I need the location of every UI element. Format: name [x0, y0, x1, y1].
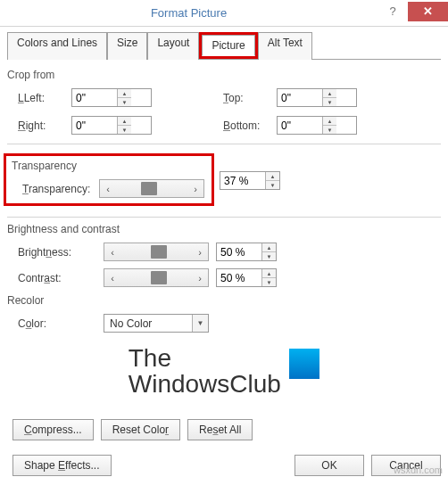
chevron-down-icon[interactable]: ▼ — [192, 315, 208, 332]
crop-left-input[interactable] — [72, 89, 117, 106]
crop-bottom-input[interactable] — [278, 117, 322, 134]
spin-up-icon[interactable]: ▲ — [323, 89, 336, 98]
spin-up-icon[interactable]: ▲ — [118, 89, 131, 98]
spin-down-icon[interactable]: ▼ — [262, 252, 276, 260]
ok-button[interactable]: OK — [295, 455, 364, 476]
reset-button-row: Compress... Reset Color Reset All — [12, 419, 441, 440]
section-recolor: Recolor — [7, 294, 441, 307]
reset-all-button[interactable]: Reset All — [187, 419, 253, 440]
transparency-input[interactable] — [220, 172, 265, 189]
crop-top-input[interactable] — [278, 89, 322, 106]
section-transparency: Transparency — [12, 160, 206, 172]
section-brightness-contrast: Brightness and contrast — [7, 223, 441, 235]
separator — [7, 144, 441, 144]
recolor-color-label: Color: — [7, 317, 96, 330]
tab-alt-text[interactable]: Alt Text — [258, 32, 312, 60]
contrast-input[interactable] — [217, 269, 261, 286]
footer: Shape Effects... OK Cancel — [0, 455, 448, 477]
slider-track[interactable] — [120, 243, 192, 260]
tab-size[interactable]: Size — [107, 32, 147, 60]
crop-bottom-label: Bottom: — [223, 119, 277, 132]
crop-grid: LLeft: ▲▼ Top: ▲▼ Right: ▲▼ Bottom: ▲▼ — [7, 88, 441, 135]
slider-left-icon[interactable]: ‹ — [100, 184, 116, 194]
brightness-input[interactable] — [217, 243, 261, 260]
brightness-spinner[interactable]: ▲▼ — [216, 243, 277, 261]
spin-down-icon[interactable]: ▼ — [118, 126, 131, 134]
spin-up-icon[interactable]: ▲ — [323, 117, 336, 126]
crop-left-spinner[interactable]: ▲▼ — [71, 88, 152, 107]
contrast-label: Contrast: — [7, 272, 96, 284]
slider-right-icon[interactable]: › — [187, 184, 203, 194]
close-button[interactable]: ✕ — [408, 2, 448, 21]
recolor-color-dropdown[interactable]: No Color ▼ — [104, 314, 209, 333]
slider-right-icon[interactable]: › — [192, 247, 208, 258]
transparency-slider[interactable]: ‹ › — [99, 179, 204, 198]
titlebar: Format Picture ? ✕ — [0, 0, 448, 27]
tab-picture[interactable]: Picture — [202, 35, 254, 56]
reset-color-button[interactable]: Reset Color — [101, 419, 180, 440]
spin-up-icon[interactable]: ▲ — [118, 117, 131, 126]
crop-bottom-spinner[interactable]: ▲▼ — [277, 116, 357, 135]
crop-right-input[interactable] — [72, 117, 117, 134]
brightness-slider[interactable]: ‹ › — [104, 243, 209, 261]
watermark: wsxdn.com — [394, 465, 443, 475]
brightness-label: Brightness: — [7, 246, 96, 259]
transparency-spinner[interactable]: ▲▼ — [220, 171, 280, 190]
highlight-picture-tab: Picture — [199, 32, 257, 59]
preview-area: TheWindowsClub — [7, 345, 441, 398]
slider-left-icon[interactable]: ‹ — [104, 273, 120, 284]
contrast-slider[interactable]: ‹ › — [104, 268, 209, 287]
tab-colors-lines[interactable]: Colors and Lines — [7, 32, 107, 60]
crop-right-spinner[interactable]: ▲▼ — [71, 116, 152, 135]
transparency-label: Transparency: — [12, 183, 92, 195]
slider-thumb[interactable] — [141, 182, 157, 195]
spin-down-icon[interactable]: ▼ — [323, 98, 336, 106]
crop-top-label: Top: — [223, 92, 277, 104]
dialog-body: Colors and Lines Size Layout Picture Alt… — [0, 27, 448, 455]
spin-down-icon[interactable]: ▼ — [118, 98, 131, 106]
window-title: Format Picture — [0, 6, 377, 20]
slider-left-icon[interactable]: ‹ — [104, 247, 120, 258]
slider-thumb[interactable] — [151, 245, 167, 259]
logo-icon — [289, 349, 319, 379]
compress-button[interactable]: Compress... — [12, 419, 94, 440]
tab-layout[interactable]: Layout — [147, 32, 199, 60]
spin-down-icon[interactable]: ▼ — [262, 278, 276, 286]
spin-up-icon[interactable]: ▲ — [266, 172, 279, 181]
crop-left-label: LLeft: — [18, 92, 71, 104]
spin-up-icon[interactable]: ▲ — [262, 243, 276, 252]
slider-track[interactable] — [116, 180, 187, 197]
crop-right-label: Right: — [18, 119, 71, 132]
spin-down-icon[interactable]: ▼ — [266, 181, 279, 189]
recolor-color-value: No Color — [104, 315, 192, 332]
shape-effects-button[interactable]: Shape Effects... — [12, 455, 112, 476]
slider-thumb[interactable] — [151, 271, 167, 284]
slider-track[interactable] — [120, 269, 192, 286]
crop-top-spinner[interactable]: ▲▼ — [277, 88, 357, 107]
contrast-spinner[interactable]: ▲▼ — [216, 268, 277, 287]
slider-right-icon[interactable]: › — [192, 273, 208, 284]
separator — [7, 217, 441, 218]
highlight-transparency: Transparency Transparency: ‹ › — [4, 153, 214, 206]
spin-up-icon[interactable]: ▲ — [262, 269, 276, 278]
section-crop-from: Crop from — [7, 69, 441, 81]
tabstrip: Colors and Lines Size Layout Picture Alt… — [7, 32, 441, 60]
logo-text: TheWindowsClub — [129, 345, 281, 398]
spin-down-icon[interactable]: ▼ — [323, 126, 336, 134]
help-button[interactable]: ? — [377, 2, 408, 21]
